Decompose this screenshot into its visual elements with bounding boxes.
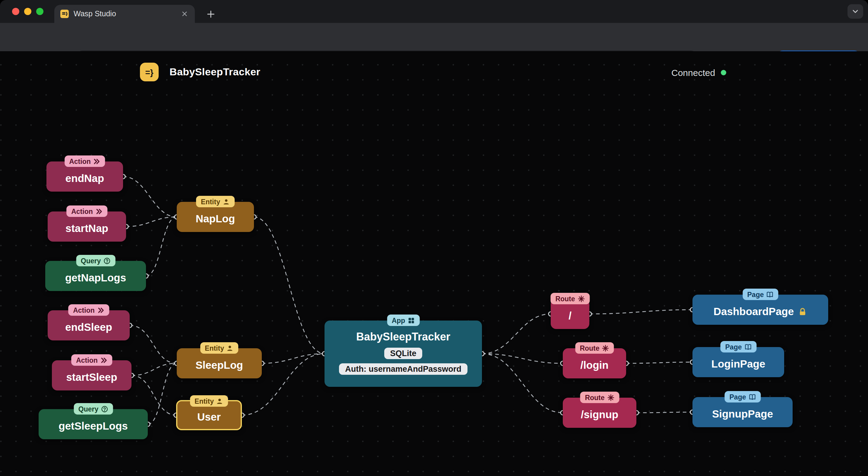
browser-window: Wasp Studio — [0, 0, 868, 476]
node-title: getSleepLogs — [59, 420, 128, 433]
node-title: BabySleepTracker — [356, 331, 450, 343]
badge-label: Action — [69, 158, 91, 165]
plus-icon — [206, 9, 215, 19]
action-badge: Action — [64, 156, 105, 167]
entity-badge: Entity — [196, 196, 235, 207]
double-chevron-icon — [97, 306, 104, 314]
tab-close-icon[interactable] — [180, 10, 189, 18]
tab-search-button[interactable] — [847, 4, 863, 19]
double-chevron-icon — [95, 208, 102, 215]
badge-label: Page — [730, 393, 746, 400]
node-title: startNap — [65, 222, 108, 235]
action-badge: Action — [68, 304, 109, 316]
badge-label: Query — [79, 405, 99, 412]
node-route-root[interactable]: Route / — [551, 299, 589, 329]
node-title: endSleep — [65, 321, 112, 334]
book-icon — [744, 343, 752, 350]
browser-toolbar: localhost:4000 Incognito Relaunch to upd… — [0, 23, 868, 51]
node-startSleep[interactable]: Action startSleep — [52, 360, 131, 390]
connection-label: Connected — [671, 67, 715, 78]
node-endSleep[interactable]: Action endSleep — [48, 310, 130, 340]
node-title: startSleep — [66, 371, 117, 384]
badge-label: Entity — [205, 344, 224, 351]
badge-label: Page — [747, 291, 764, 298]
browser-tab[interactable]: Wasp Studio — [54, 5, 195, 23]
node-title: User — [197, 411, 221, 423]
app-badge: App — [387, 314, 420, 326]
burst-icon — [578, 295, 585, 302]
node-title-text: DashboardPage — [714, 305, 794, 318]
node-title: LoginPage — [711, 358, 766, 371]
badge-label: Action — [71, 208, 93, 215]
badge-label: Action — [73, 306, 95, 314]
entity-badge: Entity — [190, 395, 228, 407]
badge-label: Query — [81, 257, 101, 264]
grid-icon — [407, 317, 415, 324]
badge-label: Entity — [194, 397, 214, 405]
node-route-signup[interactable]: Route /signup — [563, 398, 637, 428]
book-icon — [766, 291, 774, 298]
node-getSleepLogs[interactable]: Query getSleepLogs — [39, 409, 148, 439]
badge-label: Action — [76, 356, 98, 364]
badge-label: App — [392, 317, 405, 324]
node-NapLog[interactable]: Entity NapLog — [177, 202, 254, 232]
query-badge: Query — [73, 403, 113, 414]
page-badge: Page — [720, 341, 756, 352]
badge-label: Route — [585, 394, 604, 401]
page-title: BabySleepTracker — [169, 66, 260, 78]
badge-label: Page — [725, 343, 742, 350]
node-title: endNap — [65, 172, 104, 185]
minimize-window-button[interactable] — [24, 8, 31, 15]
node-title: SignupPage — [712, 408, 773, 420]
node-startNap[interactable]: Action startNap — [48, 211, 126, 242]
badge-label: Route — [555, 295, 575, 302]
double-chevron-icon — [93, 158, 100, 165]
node-DashboardPage[interactable]: Page DashboardPage — [692, 295, 828, 325]
person-icon — [216, 397, 223, 405]
connection-status: Connected — [671, 67, 726, 78]
book-icon — [749, 393, 756, 400]
node-app-BabySleepTracker[interactable]: App BabySleepTracker SQLite Auth: userna… — [324, 320, 482, 387]
route-badge: Route — [575, 342, 614, 354]
lock-icon — [798, 307, 807, 316]
graph-canvas[interactable]: =} BabySleepTracker Connected Action end… — [0, 51, 868, 476]
badge-label: Route — [580, 344, 599, 351]
node-title: NapLog — [196, 213, 235, 225]
close-window-button[interactable] — [12, 8, 19, 15]
node-title: /login — [580, 359, 608, 372]
node-getNapLogs[interactable]: Query getNapLogs — [45, 261, 146, 291]
page-badge: Page — [743, 288, 778, 300]
node-SignupPage[interactable]: Page SignupPage — [692, 397, 793, 427]
entity-badge: Entity — [200, 342, 239, 354]
maximize-window-button[interactable] — [36, 8, 43, 15]
node-User[interactable]: Entity User — [176, 400, 242, 430]
badge-label: Entity — [201, 198, 220, 205]
new-tab-button[interactable] — [203, 7, 218, 21]
route-badge: Route — [580, 392, 619, 403]
node-SleepLog[interactable]: Entity SleepLog — [177, 348, 262, 378]
tab-title: Wasp Studio — [73, 10, 176, 18]
question-circle-icon — [103, 257, 111, 264]
node-LoginPage[interactable]: Page LoginPage — [692, 347, 784, 377]
action-badge: Action — [71, 354, 112, 366]
database-chip: SQLite — [384, 348, 422, 359]
burst-icon — [607, 394, 614, 401]
chevron-down-icon — [851, 7, 860, 16]
tab-strip: Wasp Studio — [0, 0, 868, 23]
tab-favicon-icon — [60, 10, 69, 18]
close-icon — [180, 10, 189, 18]
double-chevron-icon — [100, 356, 107, 364]
connected-dot — [720, 70, 726, 75]
auth-chip: Auth: usernameAndPassword — [339, 363, 467, 375]
node-title: getNapLogs — [65, 272, 126, 284]
query-badge: Query — [76, 255, 116, 266]
node-endNap[interactable]: Action endNap — [46, 162, 123, 192]
burst-icon — [602, 344, 609, 351]
person-icon — [223, 198, 230, 205]
node-title: SleepLog — [195, 359, 243, 372]
action-badge: Action — [66, 205, 107, 217]
node-title: DashboardPage — [714, 305, 807, 318]
node-route-login[interactable]: Route /login — [563, 348, 626, 378]
node-title: /signup — [581, 409, 618, 421]
page-badge: Page — [725, 391, 761, 403]
